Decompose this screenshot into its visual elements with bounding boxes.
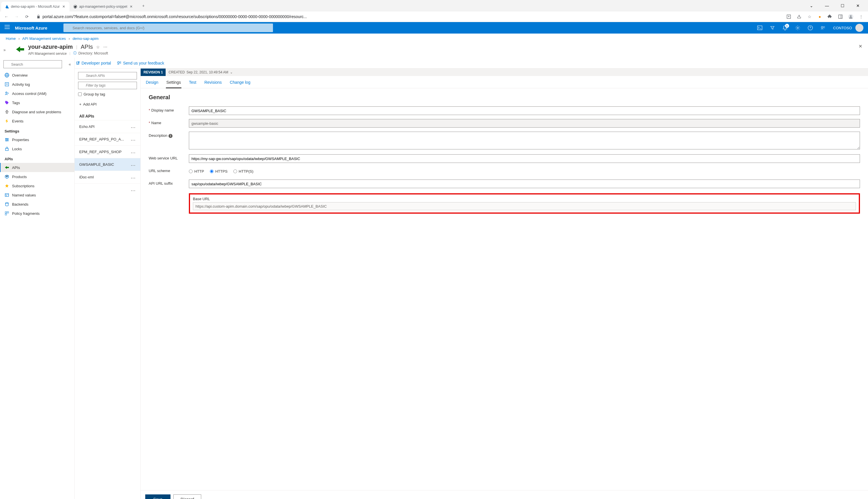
install-icon[interactable] — [784, 12, 793, 21]
profile-icon[interactable] — [846, 12, 855, 21]
resource-section: APIs — [81, 44, 93, 50]
azure-brand[interactable]: Microsoft Azure — [15, 25, 47, 31]
detail-pane: REVISION 1 CREATED Sep 22, 2021, 10:49:5… — [141, 69, 868, 499]
share-icon[interactable] — [795, 12, 804, 21]
puzzle-icon[interactable] — [825, 12, 835, 21]
more-icon[interactable]: ... — [131, 124, 136, 129]
settings-icon[interactable] — [792, 22, 804, 34]
forward-button[interactable]: → — [13, 13, 21, 21]
lock-icon — [4, 147, 9, 151]
close-icon[interactable]: ✕ — [61, 4, 66, 9]
nav-item-subscriptions[interactable]: Subscriptions — [0, 181, 74, 191]
notification-badge: 1 — [785, 24, 789, 28]
nav-item-access-control-iam-[interactable]: Access control (IAM) — [0, 89, 74, 98]
tab-change-log[interactable]: Change log — [229, 79, 251, 88]
global-search-input[interactable] — [63, 24, 273, 32]
chevron-down-icon[interactable]: ⌄ — [805, 1, 818, 10]
more-icon[interactable]: ⋯ — [103, 45, 107, 49]
group-by-tag-checkbox[interactable]: Group by tag — [75, 90, 140, 98]
nav-item-diagnose-and-solve-problems[interactable]: Diagnose and solve problems — [0, 107, 74, 117]
browser-tab-active[interactable]: demo-sap-apim - Microsoft Azur ✕ — [1, 2, 70, 11]
minimize-button[interactable]: — — [820, 1, 834, 10]
globe-icon — [4, 73, 9, 77]
nav-item-named-values[interactable]: Named values — [0, 191, 74, 199]
api-url-suffix-input[interactable] — [189, 180, 860, 188]
developer-portal-button[interactable]: Developer portal — [76, 61, 111, 65]
reload-button[interactable]: ⟳ — [23, 13, 31, 21]
api-list-item[interactable]: iDoc-xml... — [75, 171, 140, 183]
revision-badge[interactable]: REVISION 1 — [141, 69, 166, 76]
collapse-nav-icon[interactable]: « — [69, 62, 71, 66]
feedback-icon[interactable] — [817, 22, 829, 34]
tab-revisions[interactable]: Revisions — [204, 79, 223, 88]
chevron-down-icon[interactable]: ⌄ — [230, 70, 233, 74]
url-scheme-https[interactable]: HTTP(S) — [233, 169, 253, 173]
user-avatar[interactable] — [855, 24, 864, 32]
nav-search-input[interactable] — [3, 60, 62, 68]
back-button[interactable]: ← — [2, 13, 10, 21]
tab-settings[interactable]: Settings — [166, 79, 182, 88]
nav-item-properties[interactable]: Properties — [0, 135, 74, 144]
display-name-input[interactable] — [189, 106, 860, 115]
extension-icon[interactable]: ● — [815, 12, 824, 21]
api-list-item[interactable]: ... — [75, 183, 140, 196]
hamburger-icon[interactable] — [4, 25, 10, 31]
menu-icon[interactable]: ⋮ — [857, 12, 866, 21]
url-scheme-http[interactable]: HTTP — [189, 169, 204, 173]
nav-item-policy-fragments[interactable]: Policy fragments — [0, 209, 74, 218]
more-icon[interactable]: ... — [131, 137, 136, 142]
nav-item-backends[interactable]: Backends — [0, 199, 74, 209]
nav-item-activity-log[interactable]: Activity log — [0, 80, 74, 89]
pin-icon[interactable]: ☆ — [96, 45, 100, 49]
nav-item-tags[interactable]: Tags — [0, 98, 74, 107]
nav-item-locks[interactable]: Locks — [0, 144, 74, 154]
add-api-button[interactable]: + Add API — [75, 98, 140, 110]
tab-design[interactable]: Design — [145, 79, 159, 88]
breadcrumb-resource[interactable]: demo-sap-apim — [73, 36, 98, 41]
close-blade-button[interactable]: ✕ — [858, 44, 862, 49]
more-icon[interactable]: ... — [131, 162, 136, 167]
save-button[interactable]: Save — [145, 495, 170, 499]
api-list-item[interactable]: EPM_REF_APPS_SHOP... — [75, 145, 140, 158]
discard-button[interactable]: Discard — [174, 495, 201, 499]
nav-section-apis: APIs — [0, 154, 74, 163]
star-icon[interactable]: ☆ — [805, 12, 814, 21]
nav-item-apis[interactable]: APIs — [0, 163, 74, 172]
nav-item-products[interactable]: Products — [0, 172, 74, 181]
tenant-name[interactable]: CONTOSO — [833, 26, 852, 30]
feedback-button[interactable]: Send us your feedback — [117, 61, 164, 65]
api-search-input[interactable] — [78, 72, 137, 80]
help-icon[interactable] — [805, 22, 816, 34]
more-icon[interactable]: ... — [131, 175, 136, 179]
close-icon[interactable]: ✕ — [129, 4, 133, 9]
maximize-button[interactable]: ☐ — [836, 1, 849, 10]
nav-item-events[interactable]: Events — [0, 117, 74, 126]
description-input[interactable] — [189, 132, 860, 149]
svg-point-27 — [8, 139, 8, 140]
url-scheme-https[interactable]: HTTPS — [210, 169, 228, 173]
more-icon[interactable]: ... — [131, 150, 136, 154]
tab-test[interactable]: Test — [188, 79, 197, 88]
all-apis-label[interactable]: All APIs — [75, 110, 140, 120]
notifications-icon[interactable]: 1 — [779, 22, 791, 34]
more-icon[interactable]: ... — [131, 187, 136, 192]
api-list-item[interactable]: EPM_REF_APPS_PO_A...... — [75, 133, 140, 145]
address-bar[interactable]: portal.azure.com/?feature.customportal=f… — [33, 12, 782, 21]
expand-icon[interactable]: » — [3, 48, 6, 52]
web-service-url-input[interactable] — [189, 154, 860, 163]
breadcrumb-service[interactable]: API Management services — [22, 36, 66, 41]
api-filter-input[interactable] — [78, 82, 137, 89]
api-list-item[interactable]: Echo API... — [75, 120, 140, 133]
close-window-button[interactable]: ✕ — [851, 1, 865, 10]
info-icon[interactable]: i — [168, 134, 173, 138]
new-tab-button[interactable]: + — [139, 2, 147, 10]
filter-icon[interactable] — [767, 22, 778, 34]
api-list-item[interactable]: GWSAMPLE_BASIC... — [75, 158, 140, 171]
browser-tab[interactable]: api-management-policy-snippet ✕ — [70, 2, 137, 11]
cloud-shell-icon[interactable] — [754, 22, 765, 34]
sidepanel-icon[interactable] — [836, 12, 845, 21]
breadcrumb-home[interactable]: Home — [6, 36, 16, 41]
nav-item-overview[interactable]: Overview — [0, 71, 74, 80]
detail-body: General *Display name *Name Descriptioni — [141, 88, 868, 490]
sub-icon — [4, 184, 9, 188]
